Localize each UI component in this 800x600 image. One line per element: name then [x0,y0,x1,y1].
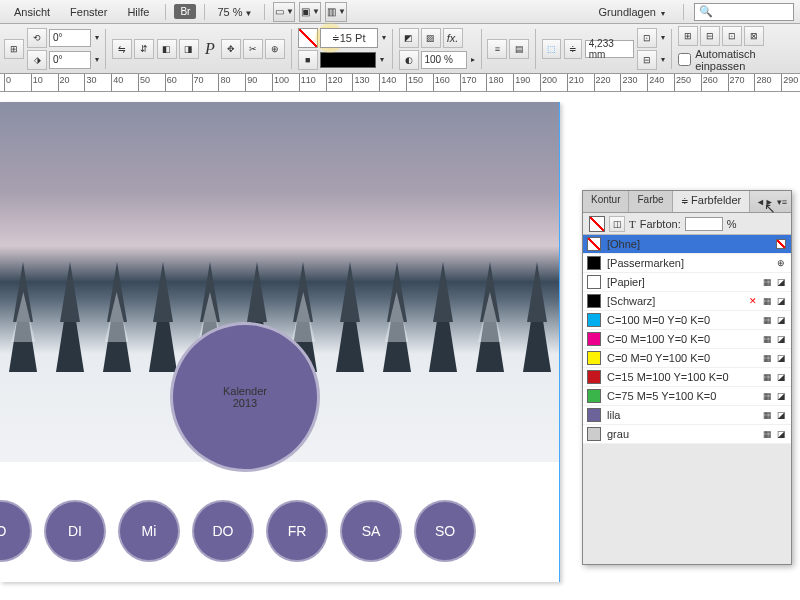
swatch-color [587,313,601,327]
swatch-row[interactable]: C=100 M=0 Y=0 K=0▦◪ [583,311,791,330]
autofit-checkbox[interactable]: Automatisch einpassen [678,48,796,72]
swatch-color [587,275,601,289]
global-icon: ▦ [761,352,773,364]
menu-ansicht[interactable]: Ansicht [6,3,58,21]
shear-icon[interactable]: ⬗ [27,50,47,70]
swatch-row[interactable]: C=75 M=5 Y=100 K=0▦◪ [583,387,791,406]
drop-shadow-icon[interactable]: ▨ [421,28,441,48]
fill-swatch[interactable] [320,52,376,68]
swatch-row[interactable]: C=15 M=100 Y=100 K=0▦◪ [583,368,791,387]
swatch-row[interactable]: [Papier]▦◪ [583,273,791,292]
shear-field[interactable]: 0° [49,51,91,69]
fill-icon[interactable]: ■ [298,50,318,70]
cmyk-icon: ◪ [775,390,787,402]
bridge-button[interactable]: Br [174,4,196,19]
menu-fenster[interactable]: Fenster [62,3,115,21]
fit-icon[interactable]: ⊟ [700,26,720,46]
swatch-name: [Ohne] [607,238,640,250]
effects-icon[interactable]: ◩ [399,28,419,48]
corner-options-icon[interactable]: ⬚ [542,39,560,59]
title-circle[interactable]: Kalender 2013 [170,322,320,472]
swatch-row[interactable]: C=0 M=100 Y=0 K=0▦◪ [583,330,791,349]
fit-icon[interactable]: ⊞ [678,26,698,46]
day-circle[interactable]: FR [266,500,328,562]
flip-h-icon[interactable]: ⇋ [112,39,132,59]
cmyk-icon: ◪ [775,295,787,307]
swatch-name: grau [607,428,629,440]
zoom-level[interactable]: 75 %▼ [213,4,256,20]
tab-kontur[interactable]: Kontur [583,191,629,212]
menu-hilfe[interactable]: Hilfe [119,3,157,21]
paragraph-style-icon[interactable]: P [202,40,218,58]
frame-icon[interactable]: ⊟ [637,50,657,70]
tool-icon[interactable]: ✥ [221,39,241,59]
tab-farbfelder[interactable]: ≑ Farbfelder [673,191,751,212]
day-circle[interactable]: Mi [118,500,180,562]
swatch-row[interactable]: [Ohne] [583,235,791,254]
swatch-color [587,408,601,422]
panel-menu-icon[interactable]: ▾≡ [777,197,787,207]
separator [165,4,166,20]
fit-icon[interactable]: ⊡ [722,26,742,46]
artboard[interactable]: Kalender 2013 ODIMiDOFRSASO [0,102,560,582]
flip-v-icon[interactable]: ⇵ [134,39,154,59]
horizontal-ruler[interactable]: 0102030405060708090100110120130140150160… [0,74,800,92]
arrange-icon[interactable]: ▥▼ [325,2,347,22]
search-input[interactable]: 🔍 [694,3,794,21]
cmyk-icon: ◪ [775,333,787,345]
none-icon [775,238,787,250]
collapse-icon[interactable]: ◄► [756,197,774,207]
separator [683,4,684,20]
day-circle[interactable]: DO [192,500,254,562]
swatch-row[interactable]: grau▦◪ [583,425,791,444]
day-circle[interactable]: SA [340,500,402,562]
separator [105,29,106,69]
swatch-row[interactable]: [Passermarken]⊕ [583,254,791,273]
day-circle[interactable]: SO [414,500,476,562]
select-container-icon[interactable]: ◧ [157,39,177,59]
swatch-row[interactable]: lila▦◪ [583,406,791,425]
global-icon: ▦ [761,333,773,345]
fx-icon[interactable]: fx. [443,28,463,48]
percent-label: % [727,218,737,230]
swatch-color [587,351,601,365]
panel-header: ◫ T Farbton: % [583,213,791,235]
stroke-weight-field[interactable]: ≑ 15 Pt [320,28,378,48]
rotation-field[interactable]: 0° [49,29,91,47]
opacity-icon[interactable]: ◐ [399,50,419,70]
spacing-icon[interactable]: ≑ [564,39,582,59]
swatch-color [587,237,601,251]
workspace-switcher[interactable]: Grundlagen ▾ [590,3,673,21]
swatch-row[interactable]: [Schwarz]✕▦◪ [583,292,791,311]
cmyk-icon: ◪ [775,314,787,326]
separator [671,29,672,69]
text-wrap-icon[interactable]: ≡ [487,39,507,59]
cmyk-icon: ◪ [775,352,787,364]
day-circle[interactable]: O [0,500,32,562]
ref-point-icon[interactable]: ⊞ [4,39,24,59]
measure-field[interactable]: 4,233 mm [585,40,634,58]
tint-field[interactable] [685,217,723,231]
swatch-name: C=0 M=100 Y=0 K=0 [607,333,710,345]
tool-icon[interactable]: ✂ [243,39,263,59]
day-circle[interactable]: DI [44,500,106,562]
rotate-icon[interactable]: ⟲ [27,28,47,48]
swatches-panel: Kontur Farbe ≑ Farbfelder ◄►▾≡ ◫ T Farbt… [582,190,792,565]
tool-icon[interactable]: ⊕ [265,39,285,59]
text-wrap-icon[interactable]: ▤ [509,39,529,59]
object-toggle-icon[interactable]: ◫ [609,216,625,232]
text-toggle-icon[interactable]: T [629,218,636,230]
global-icon: ▦ [761,314,773,326]
select-content-icon[interactable]: ◨ [179,39,199,59]
stroke-swatch[interactable] [298,28,318,48]
fill-proxy-icon[interactable] [589,216,605,232]
swatch-row[interactable]: C=0 M=0 Y=100 K=0▦◪ [583,349,791,368]
opacity-field[interactable]: 100 % [421,51,467,69]
guide[interactable] [559,102,560,582]
swatch-name: [Passermarken] [607,257,684,269]
view-options-icon[interactable]: ▭▼ [273,2,295,22]
screen-mode-icon[interactable]: ▣▼ [299,2,321,22]
tab-farbe[interactable]: Farbe [629,191,672,212]
fit-icon[interactable]: ⊠ [744,26,764,46]
frame-icon[interactable]: ⊡ [637,28,657,48]
